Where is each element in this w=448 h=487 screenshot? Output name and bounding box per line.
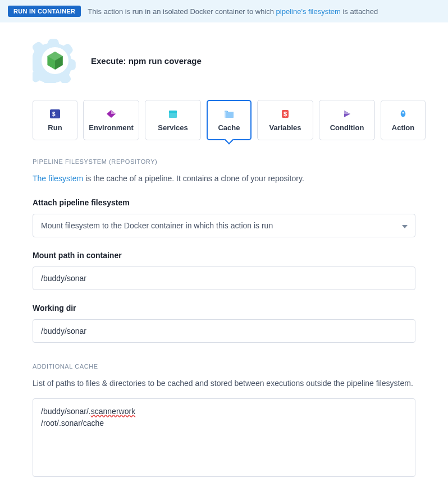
cache-line2: /root/.sonar/cache	[41, 419, 104, 428]
banner-text: This action is run in an isolated Docker…	[88, 7, 378, 16]
tab-environment[interactable]: Environment	[83, 100, 139, 140]
tab-label: Variables	[269, 123, 301, 132]
filesystem-link[interactable]: The filesystem	[33, 174, 83, 183]
folder-icon	[223, 109, 235, 119]
additional-cache-desc: List of paths to files & directories to …	[33, 378, 415, 389]
svg-marker-7	[111, 110, 116, 114]
cache-line1-prefix: /buddy/sonar/.	[41, 407, 91, 416]
filesystem-section-header: PIPELINE FILESYSTEM (REPOSITORY)	[33, 158, 415, 165]
tab-label: Action	[392, 123, 414, 132]
additional-cache-header: ADDITIONAL CACHE	[33, 363, 415, 370]
working-dir-input[interactable]	[33, 319, 415, 343]
tab-label: Services	[158, 123, 188, 132]
run-container-banner: RUN IN CONTAINER This action is run in a…	[0, 0, 448, 22]
box-icon	[167, 109, 179, 119]
tab-action[interactable]: Action	[381, 100, 426, 140]
attach-label: Attach pipeline filesystem	[33, 198, 415, 207]
dollar-icon: $	[280, 109, 291, 119]
svg-text:$_: $_	[52, 111, 59, 117]
tab-label: Condition	[330, 123, 364, 132]
tab-cache[interactable]: Cache	[207, 100, 252, 140]
banner-text-after: is attached	[341, 7, 378, 16]
svg-text:$: $	[284, 111, 287, 117]
tab-services[interactable]: Services	[145, 100, 201, 140]
tab-label: Run	[48, 123, 62, 132]
mount-path-input[interactable]	[33, 267, 415, 290]
additional-cache-textarea[interactable]: /buddy/sonar/.scannerwork/root/.sonar/ca…	[33, 398, 415, 477]
svg-rect-9	[169, 111, 177, 113]
svg-marker-14	[344, 111, 350, 114]
filesystem-desc: The filesystem is the cache of a pipelin…	[33, 173, 415, 185]
action-logo-gear	[33, 38, 77, 83]
working-dir-label: Working dir	[33, 304, 415, 313]
tab-condition[interactable]: Condition	[319, 100, 375, 140]
page-title: Execute: npm run coverage	[91, 56, 202, 66]
tab-label: Environment	[89, 123, 133, 132]
play-icon	[341, 109, 353, 119]
terminal-icon: $_	[49, 109, 61, 119]
attach-filesystem-select[interactable]: Mount filesystem to the Docker container…	[33, 214, 415, 237]
tabs-nav: $_ Run Environment Services Cache $	[33, 100, 415, 140]
svg-point-15	[403, 112, 404, 113]
cache-line1-squiggle: scannerwork	[91, 407, 135, 416]
rocket-icon	[397, 109, 409, 119]
filesystem-desc-rest: is the cache of a pipeline. It contains …	[83, 174, 304, 183]
action-header: Execute: npm run coverage	[33, 34, 415, 93]
mount-path-label: Mount path in container	[33, 251, 415, 260]
svg-rect-10	[226, 112, 234, 118]
banner-text-before: This action is run in an isolated Docker…	[88, 7, 276, 16]
tab-label: Cache	[218, 123, 240, 132]
pipeline-filesystem-link[interactable]: pipeline's filesystem	[276, 7, 341, 16]
tab-run[interactable]: $_ Run	[33, 100, 77, 140]
tab-variables[interactable]: $ Variables	[257, 100, 313, 140]
diamond-icon	[106, 109, 117, 119]
run-container-badge: RUN IN CONTAINER	[8, 6, 81, 17]
